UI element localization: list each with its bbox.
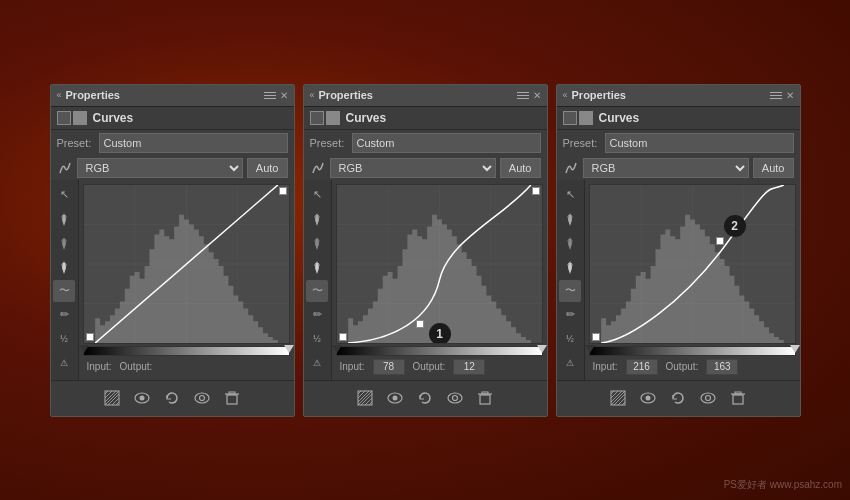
input-slider-row: [589, 344, 796, 358]
eyedropper-gray-tool[interactable]: [53, 232, 75, 254]
delete-button[interactable]: [221, 387, 243, 409]
channel-select[interactable]: RGB: [330, 158, 496, 178]
output-value[interactable]: 163: [706, 359, 738, 375]
svg-point-12: [195, 393, 209, 403]
pointer-tool[interactable]: ↖: [306, 184, 328, 206]
visibility-button[interactable]: [444, 387, 466, 409]
svg-point-47: [706, 396, 711, 401]
white-point-slider[interactable]: [537, 345, 547, 353]
curve-adjust-tool[interactable]: 〜: [306, 280, 328, 302]
input-slider[interactable]: [83, 346, 290, 356]
collapse-icon[interactable]: «: [57, 90, 62, 100]
channel-select[interactable]: RGB: [77, 158, 243, 178]
preview-button[interactable]: [384, 387, 406, 409]
input-value[interactable]: 216: [626, 359, 658, 375]
pencil-tool[interactable]: ✏: [306, 304, 328, 326]
menu-icon[interactable]: [264, 92, 276, 99]
svg-point-13: [200, 396, 205, 401]
black-point-slider[interactable]: [585, 345, 595, 353]
black-point-slider[interactable]: [79, 345, 89, 353]
output-value[interactable]: 12: [453, 359, 485, 375]
pointer-tool[interactable]: ↖: [53, 184, 75, 206]
pointer-tool[interactable]: ↖: [559, 184, 581, 206]
visibility-button[interactable]: [697, 387, 719, 409]
delete-button[interactable]: [727, 387, 749, 409]
svg-rect-31: [480, 395, 490, 404]
reset-button[interactable]: [161, 387, 183, 409]
eyedropper-white-tool[interactable]: [559, 256, 581, 278]
auto-button[interactable]: Auto: [753, 158, 794, 178]
curve-point-1[interactable]: [416, 320, 424, 328]
clipping-button[interactable]: [101, 387, 123, 409]
channel-row: RGB Auto: [51, 156, 294, 180]
input-slider[interactable]: [336, 346, 543, 356]
preset-select[interactable]: Custom: [605, 133, 794, 153]
svg-point-46: [701, 393, 715, 403]
eyedropper-black-tool[interactable]: [53, 208, 75, 230]
curve-area: 1 Input: 78 Output: 12: [332, 180, 547, 380]
clipping-button[interactable]: [354, 387, 376, 409]
black-point-slider[interactable]: [332, 345, 342, 353]
smooth-tool[interactable]: ½: [306, 328, 328, 350]
collapse-icon[interactable]: «: [310, 90, 315, 100]
smooth-tool[interactable]: ½: [53, 328, 75, 350]
panels-container: « Properties ✕ Curves Preset: C: [40, 74, 811, 427]
preset-row: Preset: Custom: [304, 130, 547, 156]
auto-button[interactable]: Auto: [247, 158, 288, 178]
panel-footer: [304, 380, 547, 416]
preset-select[interactable]: Custom: [352, 133, 541, 153]
preview-button[interactable]: [131, 387, 153, 409]
panel-controls: ✕: [264, 90, 288, 101]
smooth-tool[interactable]: ½: [559, 328, 581, 350]
curve-adjust-tool[interactable]: 〜: [53, 280, 75, 302]
curve-adjust-tool[interactable]: 〜: [559, 280, 581, 302]
collapse-icon[interactable]: «: [563, 90, 568, 100]
curve-point-2[interactable]: [716, 237, 724, 245]
white-point-slider[interactable]: [790, 345, 800, 353]
curve-endpoint-black[interactable]: [592, 333, 600, 341]
curve-endpoint-black[interactable]: [86, 333, 94, 341]
eyedropper-black-tool[interactable]: [306, 208, 328, 230]
close-button[interactable]: ✕: [280, 90, 288, 101]
pencil-tool[interactable]: ✏: [559, 304, 581, 326]
eyedropper-white-tool[interactable]: [53, 256, 75, 278]
curve-endpoint-black[interactable]: [339, 333, 347, 341]
eyedropper-gray-tool[interactable]: [559, 232, 581, 254]
adjustments-icon: [310, 111, 324, 125]
clipping-button[interactable]: [607, 387, 629, 409]
curve-endpoint-white[interactable]: [532, 187, 540, 195]
output-label: Output:: [120, 361, 153, 372]
curve-canvas[interactable]: 2: [589, 184, 796, 344]
adjustments-icon: [57, 111, 71, 125]
eyedropper-white-tool[interactable]: [306, 256, 328, 278]
preview-button[interactable]: [637, 387, 659, 409]
curve-canvas[interactable]: 1: [336, 184, 543, 344]
reset-button[interactable]: [414, 387, 436, 409]
tools-sidebar: ↖ 〜 ✏ ½ ⚠: [557, 180, 585, 380]
curve-svg: [337, 185, 542, 343]
pencil-tool[interactable]: ✏: [53, 304, 75, 326]
curve-canvas[interactable]: [83, 184, 290, 344]
menu-icon[interactable]: [770, 92, 782, 99]
input-value[interactable]: 78: [373, 359, 405, 375]
delete-button[interactable]: [474, 387, 496, 409]
menu-icon[interactable]: [517, 92, 529, 99]
reset-button[interactable]: [667, 387, 689, 409]
curves-icon: [57, 111, 87, 125]
preset-row: Preset: Custom: [51, 130, 294, 156]
close-button[interactable]: ✕: [533, 90, 541, 101]
input-slider[interactable]: [589, 346, 796, 356]
white-point-slider[interactable]: [284, 345, 294, 353]
close-button[interactable]: ✕: [786, 90, 794, 101]
channel-select[interactable]: RGB: [583, 158, 749, 178]
panel-2: « Properties ✕ Curves Preset: C: [303, 84, 548, 417]
curve-endpoint-white[interactable]: [279, 187, 287, 195]
eyedropper-gray-tool[interactable]: [306, 232, 328, 254]
io-row: Input: 78 Output: 12: [336, 358, 543, 376]
histogram-svg: [84, 185, 289, 343]
auto-button[interactable]: Auto: [500, 158, 541, 178]
eyedropper-black-tool[interactable]: [559, 208, 581, 230]
preset-select[interactable]: Custom: [99, 133, 288, 153]
visibility-button[interactable]: [191, 387, 213, 409]
svg-rect-16: [229, 392, 235, 394]
